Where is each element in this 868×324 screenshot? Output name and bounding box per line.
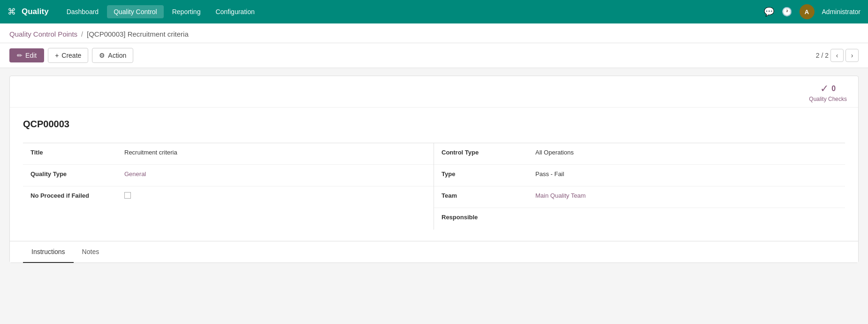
plus-icon: + (55, 52, 59, 59)
edit-button[interactable]: ✏ Edit (9, 48, 44, 62)
edit-label: Edit (25, 52, 37, 59)
no-proceed-value (117, 186, 434, 206)
prev-button[interactable]: ‹ (830, 49, 844, 62)
topnav-right: 💬 🕐 A Administrator (764, 4, 860, 19)
avatar[interactable]: A (799, 4, 815, 19)
create-label: Create (61, 52, 81, 59)
control-type-label: Control Type (434, 143, 528, 162)
responsible-label: Responsible (434, 208, 528, 226)
admin-name[interactable]: Administrator (822, 8, 860, 15)
control-type-value: All Operations (528, 143, 845, 162)
top-navigation: ⌘ Quality Dashboard Quality Control Repo… (0, 0, 868, 23)
nav-menu: Dashboard Quality Control Reporting Conf… (60, 5, 760, 18)
create-button[interactable]: + Create (48, 48, 88, 63)
clock-icon[interactable]: 🕐 (782, 7, 792, 17)
stat-bar: ✓ 0 Quality Checks (10, 76, 858, 108)
tab-instructions[interactable]: Instructions (23, 241, 74, 263)
breadcrumb-parent[interactable]: Quality Control Points (9, 30, 77, 38)
nav-dashboard[interactable]: Dashboard (60, 5, 106, 18)
form-row-quality-type: Quality Type General (23, 165, 434, 186)
pagination-section: 2 / 2 ‹ › (816, 49, 859, 62)
pagination-text: 2 / 2 (816, 52, 829, 59)
form-row-no-proceed: No Proceed if Failed (23, 186, 434, 208)
form-section: QCP00003 Title Recruitment criteria Qual… (10, 108, 858, 241)
form-row-control-type: Control Type All Operations (434, 143, 845, 165)
form-left-col: Title Recruitment criteria Quality Type … (23, 143, 434, 230)
responsible-value (528, 208, 845, 219)
form-row-title: Title Recruitment criteria (23, 143, 434, 165)
form-row-team: Team Main Quality Team (434, 186, 845, 208)
title-value: Recruitment criteria (117, 143, 434, 162)
record-id: QCP00003 (23, 119, 845, 130)
toolbar: ✏ Edit + Create ⚙ Action 2 / 2 ‹ › (0, 43, 868, 68)
gear-icon: ⚙ (99, 52, 105, 59)
checkmark-icon: ✓ (820, 83, 829, 95)
quality-type-label: Quality Type (23, 165, 117, 183)
title-label: Title (23, 143, 117, 162)
type-label: Type (434, 165, 528, 183)
team-label: Team (434, 186, 528, 205)
tab-notes[interactable]: Notes (74, 241, 108, 263)
breadcrumb-current: [QCP00003] Recruitment criteria (87, 30, 189, 38)
form-grid: Title Recruitment criteria Quality Type … (23, 143, 845, 230)
grid-icon[interactable]: ⌘ (8, 7, 16, 17)
messaging-icon[interactable]: 💬 (764, 7, 774, 17)
action-label: Action (108, 52, 126, 59)
nav-quality-control[interactable]: Quality Control (107, 5, 164, 18)
no-proceed-checkbox[interactable] (124, 192, 131, 199)
quality-checks-stat[interactable]: ✓ 0 Quality Checks (809, 83, 847, 102)
action-button[interactable]: ⚙ Action (92, 48, 133, 63)
quality-type-value[interactable]: General (117, 165, 434, 183)
main-content: ✓ 0 Quality Checks QCP00003 Title Recrui… (0, 68, 868, 270)
next-button[interactable]: › (845, 49, 859, 62)
record-card: ✓ 0 Quality Checks QCP00003 Title Recrui… (9, 76, 859, 263)
app-title: Quality (22, 7, 49, 16)
breadcrumb: Quality Control Points / [QCP00003] Recr… (0, 23, 868, 43)
form-right-col: Control Type All Operations Type Pass - … (434, 143, 845, 230)
form-row-type: Type Pass - Fail (434, 165, 845, 186)
no-proceed-label: No Proceed if Failed (23, 186, 117, 205)
edit-icon: ✏ (17, 52, 23, 59)
type-value: Pass - Fail (528, 165, 845, 183)
form-row-responsible: Responsible (434, 208, 845, 230)
quality-checks-count: 0 (831, 85, 836, 93)
quality-checks-label: Quality Checks (809, 96, 847, 102)
nav-reporting[interactable]: Reporting (166, 5, 207, 18)
nav-configuration[interactable]: Configuration (209, 5, 261, 18)
breadcrumb-separator: / (81, 31, 83, 38)
team-value[interactable]: Main Quality Team (528, 186, 845, 205)
tabs-bar: Instructions Notes (10, 241, 858, 262)
